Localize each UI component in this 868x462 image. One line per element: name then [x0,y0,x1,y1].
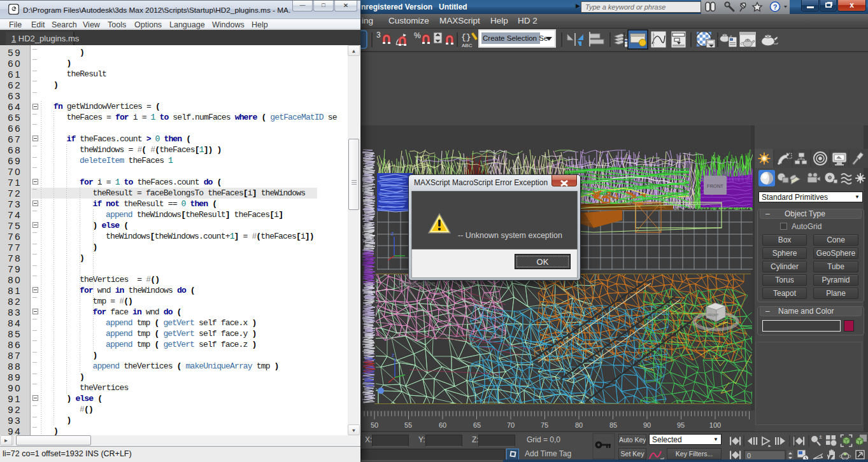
svg-text:0: 0 [747,452,751,459]
svg-text:90: 90 [643,421,651,429]
svg-text:FRONT: FRONT [708,313,718,317]
svg-text:ABC: ABC [462,43,473,48]
svg-text:50: 50 [371,421,378,429]
svg-text:55: 55 [404,421,412,429]
svg-text:3: 3 [376,31,381,39]
svg-text:Create Selection Se: Create Selection Se [483,34,548,42]
svg-text:100: 100 [709,421,721,429]
svg-text:z: z [391,230,394,237]
svg-text:%: % [414,31,421,40]
svg-text:FRONT: FRONT [707,183,723,189]
svg-text:z: z [392,352,395,358]
svg-text:95: 95 [677,421,685,429]
svg-text:75: 75 [541,421,548,429]
svg-text:85: 85 [609,421,617,429]
svg-text:65: 65 [473,421,481,429]
svg-text:?: ? [773,3,778,11]
svg-text:80: 80 [575,421,583,429]
svg-text:±: ± [819,433,822,440]
svg-text:{}: {} [461,32,471,42]
svg-text:60: 60 [439,421,446,429]
svg-text:70: 70 [507,421,515,429]
